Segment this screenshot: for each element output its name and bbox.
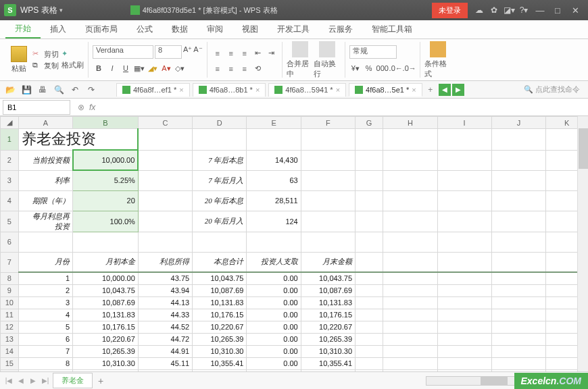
table-cell[interactable]: 10,265.39 <box>73 345 139 357</box>
cell-E2[interactable]: 14,430 <box>247 150 301 170</box>
hdr-withdraw[interactable]: 投资人支取 <box>247 252 301 272</box>
decimal-dec-button[interactable]: .0→ <box>403 62 416 74</box>
open-icon[interactable]: 📂 <box>3 83 18 97</box>
table-cell[interactable]: 0.00 <box>247 321 301 333</box>
table-cell[interactable]: 10,087.69 <box>301 284 355 296</box>
label-y20-principal[interactable]: 20 年后本息 <box>193 190 247 211</box>
table-cell[interactable]: 10,176.15 <box>73 321 139 333</box>
table-cell[interactable]: 10,043.75 <box>193 272 247 284</box>
table-cell[interactable]: 10,355.41 <box>193 357 247 369</box>
hdr-total[interactable]: 本息合计 <box>193 252 247 272</box>
menu-tab-cloud[interactable]: 云服务 <box>319 20 362 38</box>
row-10[interactable]: 10 <box>1 296 19 309</box>
table-cell[interactable]: 1 <box>18 272 72 284</box>
label-y7-monthly[interactable]: 7 年后月入 <box>193 170 247 190</box>
font-size-combo[interactable]: 8 <box>155 45 182 59</box>
col-I[interactable]: I <box>437 117 491 129</box>
table-cell[interactable]: 10,355.41 <box>301 357 355 369</box>
italic-button[interactable]: I <box>106 62 118 74</box>
row-4[interactable]: 4 <box>1 190 19 211</box>
preview-icon[interactable]: 🔍 <box>51 83 66 97</box>
cell-B2[interactable]: 10,000.00 <box>73 150 139 170</box>
row-8[interactable]: 8 <box>1 272 19 284</box>
table-cell[interactable]: 10,087.69 <box>73 296 139 309</box>
file-tab-1[interactable]: 4f6a8…8b1 *× <box>193 83 266 97</box>
undo-icon[interactable]: ↶ <box>68 83 82 97</box>
row-7[interactable]: 7 <box>1 252 19 272</box>
label-y20-monthly[interactable]: 20 年后月入 <box>193 211 247 232</box>
cancel-edit-icon[interactable]: ⊗ <box>73 103 89 112</box>
close-button[interactable]: ✕ <box>566 5 584 16</box>
table-cell[interactable]: 43.94 <box>138 284 192 296</box>
number-format-combo[interactable]: 常规 <box>349 45 397 59</box>
col-G[interactable]: G <box>356 117 383 129</box>
table-cell[interactable]: 10,176.15 <box>301 309 355 321</box>
cell-E3[interactable]: 63 <box>247 170 301 190</box>
row-13[interactable]: 13 <box>1 333 19 345</box>
row-9[interactable]: 9 <box>1 284 19 296</box>
font-increase-button[interactable]: A⁺ <box>183 45 192 59</box>
menu-tab-data[interactable]: 数据 <box>162 20 197 38</box>
col-A[interactable]: A <box>18 117 72 129</box>
table-cell[interactable]: 10,220.67 <box>193 321 247 333</box>
indent-right-button[interactable]: ⇥ <box>266 47 278 59</box>
hdr-end-amount[interactable]: 月末金额 <box>301 252 355 272</box>
table-cell[interactable]: 44.72 <box>138 333 192 345</box>
align-middle-button[interactable]: ≡ <box>225 47 237 59</box>
hdr-interest[interactable]: 利息所得 <box>138 252 192 272</box>
table-cell[interactable]: 45.11 <box>138 357 192 369</box>
orientation-button[interactable]: ⟲ <box>252 63 264 75</box>
cond-format-button[interactable]: 条件格式 <box>424 41 451 79</box>
maximize-button[interactable]: □ <box>549 5 566 16</box>
add-sheet-button[interactable]: + <box>94 375 107 386</box>
table-cell[interactable]: 7 <box>18 345 72 357</box>
table-cell[interactable]: 10,220.67 <box>73 333 139 345</box>
vertical-scrollbar[interactable] <box>577 116 588 371</box>
table-cell[interactable]: 43.75 <box>138 272 192 284</box>
table-cell[interactable]: 10,131.83 <box>301 296 355 309</box>
label-reinvest[interactable]: 每月利息再投资 <box>18 211 72 232</box>
table-cell[interactable]: 10,265.39 <box>193 333 247 345</box>
sheet-title[interactable]: 养老金投资 <box>18 129 138 151</box>
align-center-button[interactable]: ≡ <box>225 63 237 75</box>
fx-label[interactable]: fx <box>89 103 95 112</box>
table-cell[interactable]: 2 <box>18 284 72 296</box>
col-F[interactable]: F <box>301 117 355 129</box>
copy-button[interactable]: ⧉复制 <box>32 61 59 71</box>
underline-button[interactable]: U <box>120 62 132 74</box>
file-tab-3[interactable]: 4f6a8…5e1 *× <box>349 83 422 97</box>
table-cell[interactable]: 0.00 <box>247 309 301 321</box>
align-top-button[interactable]: ≡ <box>212 47 224 59</box>
cloud-icon[interactable]: ☁ <box>472 5 487 15</box>
sheet-nav-last[interactable]: ▶| <box>39 377 51 384</box>
row-15[interactable]: 15 <box>1 357 19 369</box>
settings-icon[interactable]: ✿ <box>487 5 501 15</box>
skin-icon[interactable]: ◪▾ <box>501 5 516 15</box>
table-cell[interactable]: 10,000.00 <box>73 272 139 284</box>
col-J[interactable]: J <box>491 117 545 129</box>
cell-E4[interactable]: 28,511 <box>247 190 301 211</box>
table-cell[interactable]: 0.00 <box>247 296 301 309</box>
table-cell[interactable]: 10,176.15 <box>193 309 247 321</box>
hdr-beg-principal[interactable]: 月初本金 <box>73 252 139 272</box>
table-cell[interactable]: 0.00 <box>247 357 301 369</box>
table-cell[interactable]: 44.91 <box>138 345 192 357</box>
table-cell[interactable]: 10,355.41 <box>73 369 139 371</box>
fill-color-button[interactable]: ◢▾ <box>147 62 159 74</box>
decimal-inc-button[interactable]: .0← <box>390 62 402 74</box>
redo-icon[interactable]: ↷ <box>84 83 99 97</box>
name-box[interactable]: B1 <box>3 100 70 115</box>
app-menu-dropdown[interactable]: ▾ <box>59 7 63 14</box>
sheet-nav-first[interactable]: |◀ <box>3 377 15 384</box>
help-icon[interactable]: ?▾ <box>516 5 531 15</box>
cell-B5[interactable]: 100.0% <box>73 211 139 232</box>
table-cell[interactable]: 44.13 <box>138 296 192 309</box>
login-button[interactable]: 未登录 <box>432 3 468 18</box>
align-bottom-button[interactable]: ≡ <box>239 47 251 59</box>
cell-B4[interactable]: 20 <box>73 190 139 211</box>
row-1[interactable]: 1 <box>1 129 19 151</box>
menu-tab-view[interactable]: 视图 <box>232 20 268 38</box>
row-6[interactable]: 6 <box>1 232 19 252</box>
table-cell[interactable]: 0.00 <box>247 345 301 357</box>
table-cell[interactable]: 10,265.39 <box>301 333 355 345</box>
